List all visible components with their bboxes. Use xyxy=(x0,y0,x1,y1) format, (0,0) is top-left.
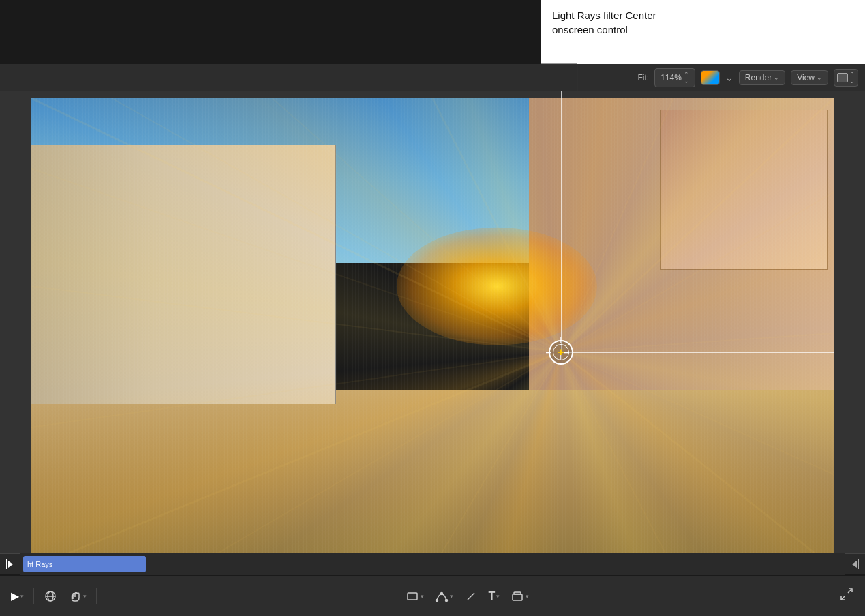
svg-line-11 xyxy=(561,352,834,568)
shape-dropdown-arrow: ▾ xyxy=(526,593,529,600)
svg-rect-19 xyxy=(6,559,7,569)
timeline-area: ht Rays xyxy=(0,553,865,575)
svg-point-28 xyxy=(445,599,447,601)
guide-line-vertical xyxy=(561,91,562,352)
timeline-end-button[interactable] xyxy=(845,554,865,574)
play-icon: ▶ xyxy=(11,589,19,602)
timeline-start-button[interactable] xyxy=(0,554,20,574)
fullscreen-button[interactable] xyxy=(835,584,858,608)
bezier-icon xyxy=(435,589,449,603)
svg-line-7 xyxy=(561,98,834,352)
svg-line-6 xyxy=(561,98,673,352)
svg-line-9 xyxy=(561,333,834,352)
svg-line-8 xyxy=(561,192,834,352)
fit-label: Fit: xyxy=(637,73,649,82)
fullscreen-icon xyxy=(839,587,854,602)
canvas-area xyxy=(0,91,865,575)
svg-line-34 xyxy=(841,596,845,600)
svg-point-27 xyxy=(436,599,438,601)
separator-1 xyxy=(33,588,34,604)
color-lut-button[interactable] xyxy=(701,70,720,85)
svg-point-29 xyxy=(440,592,442,594)
annotation-tooltip: Light Rays filter Center onscreen contro… xyxy=(541,0,865,64)
hand-icon xyxy=(68,589,82,603)
svg-line-2 xyxy=(31,98,561,352)
view-chevron-icon: ⌄ xyxy=(817,74,822,81)
svg-line-3 xyxy=(112,98,561,352)
scene-container xyxy=(31,98,834,568)
video-frame xyxy=(31,98,834,568)
pen-icon xyxy=(464,589,478,603)
render-chevron-icon: ⌄ xyxy=(774,74,779,81)
play-button[interactable]: ▶ ▾ xyxy=(7,587,28,605)
svg-line-33 xyxy=(848,589,852,593)
mask-dropdown-arrow: ▾ xyxy=(421,593,424,600)
orbit-tool-button[interactable] xyxy=(40,587,61,606)
svg-line-12 xyxy=(561,352,673,568)
svg-line-14 xyxy=(192,352,560,568)
hand-dropdown-arrow: ▾ xyxy=(83,593,87,600)
svg-rect-26 xyxy=(408,593,417,600)
play-dropdown-arrow: ▾ xyxy=(20,593,24,600)
svg-line-13 xyxy=(433,352,561,568)
render-button[interactable]: Render ⌄ xyxy=(739,70,785,85)
timeline-end-icon xyxy=(851,559,859,569)
shape-icon xyxy=(511,589,524,603)
svg-marker-20 xyxy=(8,561,13,568)
separator-2 xyxy=(96,588,97,604)
timeline-track[interactable]: ht Rays xyxy=(20,553,845,575)
text-tool-button[interactable]: T ▾ xyxy=(485,587,504,605)
crosshair-inner-ring xyxy=(553,344,569,360)
view-button[interactable]: View ⌄ xyxy=(791,70,828,85)
view-toggle-button[interactable]: ⌃⌄ xyxy=(834,69,858,87)
mask-tool-button[interactable]: ▾ xyxy=(401,587,428,606)
svg-rect-21 xyxy=(858,559,859,569)
crosshair-plus-icon xyxy=(553,345,568,360)
orbit-icon xyxy=(44,589,57,603)
text-icon: T xyxy=(489,590,496,602)
curve-dropdown-arrow: ▾ xyxy=(450,593,453,600)
motion-blur-svg xyxy=(31,98,834,568)
svg-rect-31 xyxy=(513,594,522,600)
svg-line-10 xyxy=(561,352,834,474)
bottom-toolbar: ▶ ▾ ▾ ▾ ▾ xyxy=(0,575,865,616)
annotation-text: Light Rays filter Center onscreen contro… xyxy=(552,8,656,37)
svg-line-15 xyxy=(31,352,561,568)
view-toggle-chevrons: ⌃⌄ xyxy=(849,71,855,84)
svg-line-17 xyxy=(31,286,561,352)
curve-tool-button[interactable]: ▾ xyxy=(431,587,457,606)
svg-line-16 xyxy=(31,352,561,427)
mask-icon xyxy=(406,589,419,603)
zoom-chevron-icon: ⌃⌄ xyxy=(684,71,689,84)
text-dropdown-arrow: ▾ xyxy=(496,593,500,600)
view-toggle-icon xyxy=(837,73,848,82)
timeline-start-icon xyxy=(6,559,14,569)
viewer-toolbar: Fit: 114% ⌃⌄ ⌄ Render ⌄ View ⌄ ⌃⌄ xyxy=(0,64,865,91)
svg-line-30 xyxy=(468,593,474,600)
shape-tool-button[interactable]: ▾ xyxy=(506,587,533,606)
pen-tool-button[interactable] xyxy=(460,587,482,606)
svg-rect-32 xyxy=(514,592,521,594)
crosshair-outer-ring xyxy=(549,340,573,365)
fit-zoom-button[interactable]: 114% ⌃⌄ xyxy=(654,68,695,87)
svg-marker-22 xyxy=(852,561,857,568)
lut-chevron-icon: ⌄ xyxy=(725,72,733,83)
svg-line-4 xyxy=(272,98,561,352)
light-rays-center-control[interactable] xyxy=(549,340,573,365)
guide-line-horizontal xyxy=(561,352,834,353)
timeline-clip[interactable]: ht Rays xyxy=(23,556,146,572)
hand-tool-button[interactable]: ▾ xyxy=(64,587,91,606)
